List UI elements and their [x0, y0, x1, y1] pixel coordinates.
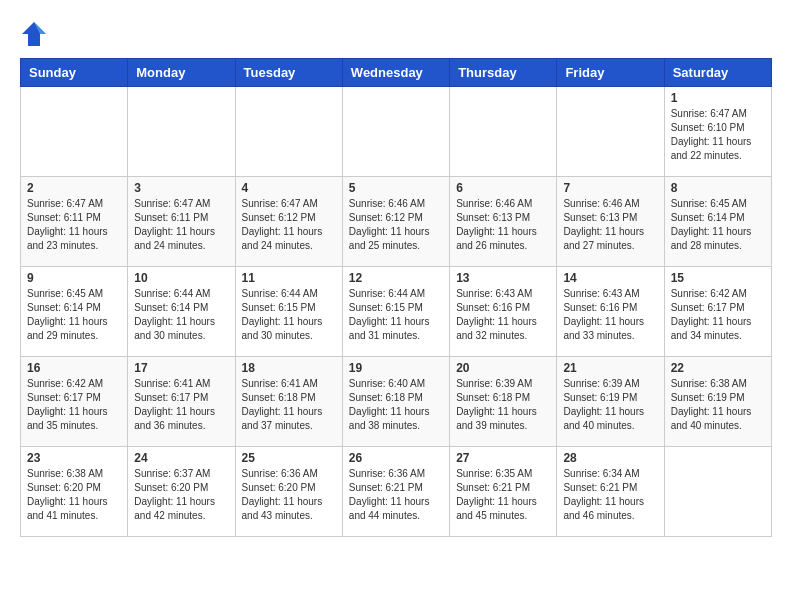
day-detail: Sunrise: 6:42 AMSunset: 6:17 PMDaylight:… — [27, 377, 121, 433]
day-detail: Sunrise: 6:45 AMSunset: 6:14 PMDaylight:… — [27, 287, 121, 343]
calendar-cell — [342, 87, 449, 177]
calendar-cell: 6Sunrise: 6:46 AMSunset: 6:13 PMDaylight… — [450, 177, 557, 267]
day-detail: Sunrise: 6:39 AMSunset: 6:19 PMDaylight:… — [563, 377, 657, 433]
day-detail: Sunrise: 6:46 AMSunset: 6:12 PMDaylight:… — [349, 197, 443, 253]
calendar-cell: 28Sunrise: 6:34 AMSunset: 6:21 PMDayligh… — [557, 447, 664, 537]
page-header — [20, 20, 772, 48]
day-detail: Sunrise: 6:44 AMSunset: 6:15 PMDaylight:… — [349, 287, 443, 343]
calendar-cell — [21, 87, 128, 177]
calendar-cell — [664, 447, 771, 537]
day-detail: Sunrise: 6:45 AMSunset: 6:14 PMDaylight:… — [671, 197, 765, 253]
header-wednesday: Wednesday — [342, 59, 449, 87]
day-number: 4 — [242, 181, 336, 195]
calendar-cell: 20Sunrise: 6:39 AMSunset: 6:18 PMDayligh… — [450, 357, 557, 447]
day-detail: Sunrise: 6:37 AMSunset: 6:20 PMDaylight:… — [134, 467, 228, 523]
day-detail: Sunrise: 6:44 AMSunset: 6:15 PMDaylight:… — [242, 287, 336, 343]
day-number: 3 — [134, 181, 228, 195]
header-tuesday: Tuesday — [235, 59, 342, 87]
calendar-cell: 22Sunrise: 6:38 AMSunset: 6:19 PMDayligh… — [664, 357, 771, 447]
header-sunday: Sunday — [21, 59, 128, 87]
day-number: 20 — [456, 361, 550, 375]
day-detail: Sunrise: 6:44 AMSunset: 6:14 PMDaylight:… — [134, 287, 228, 343]
calendar-cell: 12Sunrise: 6:44 AMSunset: 6:15 PMDayligh… — [342, 267, 449, 357]
day-detail: Sunrise: 6:43 AMSunset: 6:16 PMDaylight:… — [456, 287, 550, 343]
calendar-cell: 10Sunrise: 6:44 AMSunset: 6:14 PMDayligh… — [128, 267, 235, 357]
logo — [20, 20, 52, 48]
day-number: 25 — [242, 451, 336, 465]
calendar-cell: 8Sunrise: 6:45 AMSunset: 6:14 PMDaylight… — [664, 177, 771, 267]
calendar-week-1: 1Sunrise: 6:47 AMSunset: 6:10 PMDaylight… — [21, 87, 772, 177]
calendar-cell: 23Sunrise: 6:38 AMSunset: 6:20 PMDayligh… — [21, 447, 128, 537]
day-detail: Sunrise: 6:40 AMSunset: 6:18 PMDaylight:… — [349, 377, 443, 433]
header-friday: Friday — [557, 59, 664, 87]
day-number: 27 — [456, 451, 550, 465]
header-monday: Monday — [128, 59, 235, 87]
calendar-cell — [450, 87, 557, 177]
calendar-cell: 5Sunrise: 6:46 AMSunset: 6:12 PMDaylight… — [342, 177, 449, 267]
day-number: 17 — [134, 361, 228, 375]
calendar-cell: 24Sunrise: 6:37 AMSunset: 6:20 PMDayligh… — [128, 447, 235, 537]
calendar-cell: 4Sunrise: 6:47 AMSunset: 6:12 PMDaylight… — [235, 177, 342, 267]
day-detail: Sunrise: 6:43 AMSunset: 6:16 PMDaylight:… — [563, 287, 657, 343]
calendar-cell: 11Sunrise: 6:44 AMSunset: 6:15 PMDayligh… — [235, 267, 342, 357]
calendar-cell: 3Sunrise: 6:47 AMSunset: 6:11 PMDaylight… — [128, 177, 235, 267]
day-detail: Sunrise: 6:47 AMSunset: 6:11 PMDaylight:… — [27, 197, 121, 253]
calendar-week-3: 9Sunrise: 6:45 AMSunset: 6:14 PMDaylight… — [21, 267, 772, 357]
day-number: 14 — [563, 271, 657, 285]
calendar-cell: 19Sunrise: 6:40 AMSunset: 6:18 PMDayligh… — [342, 357, 449, 447]
day-detail: Sunrise: 6:34 AMSunset: 6:21 PMDaylight:… — [563, 467, 657, 523]
day-number: 24 — [134, 451, 228, 465]
day-detail: Sunrise: 6:47 AMSunset: 6:12 PMDaylight:… — [242, 197, 336, 253]
header-saturday: Saturday — [664, 59, 771, 87]
day-detail: Sunrise: 6:46 AMSunset: 6:13 PMDaylight:… — [456, 197, 550, 253]
day-number: 11 — [242, 271, 336, 285]
day-detail: Sunrise: 6:39 AMSunset: 6:18 PMDaylight:… — [456, 377, 550, 433]
day-number: 18 — [242, 361, 336, 375]
calendar-cell: 16Sunrise: 6:42 AMSunset: 6:17 PMDayligh… — [21, 357, 128, 447]
logo-icon — [20, 20, 48, 48]
day-detail: Sunrise: 6:38 AMSunset: 6:20 PMDaylight:… — [27, 467, 121, 523]
calendar-header-row: SundayMondayTuesdayWednesdayThursdayFrid… — [21, 59, 772, 87]
day-detail: Sunrise: 6:38 AMSunset: 6:19 PMDaylight:… — [671, 377, 765, 433]
calendar-cell — [557, 87, 664, 177]
day-detail: Sunrise: 6:46 AMSunset: 6:13 PMDaylight:… — [563, 197, 657, 253]
day-number: 16 — [27, 361, 121, 375]
calendar-cell: 15Sunrise: 6:42 AMSunset: 6:17 PMDayligh… — [664, 267, 771, 357]
calendar-cell: 13Sunrise: 6:43 AMSunset: 6:16 PMDayligh… — [450, 267, 557, 357]
day-number: 1 — [671, 91, 765, 105]
calendar-cell: 25Sunrise: 6:36 AMSunset: 6:20 PMDayligh… — [235, 447, 342, 537]
day-number: 9 — [27, 271, 121, 285]
calendar-cell: 1Sunrise: 6:47 AMSunset: 6:10 PMDaylight… — [664, 87, 771, 177]
calendar-cell: 26Sunrise: 6:36 AMSunset: 6:21 PMDayligh… — [342, 447, 449, 537]
day-number: 6 — [456, 181, 550, 195]
day-detail: Sunrise: 6:41 AMSunset: 6:17 PMDaylight:… — [134, 377, 228, 433]
calendar-cell: 2Sunrise: 6:47 AMSunset: 6:11 PMDaylight… — [21, 177, 128, 267]
calendar-cell: 9Sunrise: 6:45 AMSunset: 6:14 PMDaylight… — [21, 267, 128, 357]
day-number: 22 — [671, 361, 765, 375]
day-number: 21 — [563, 361, 657, 375]
calendar-week-5: 23Sunrise: 6:38 AMSunset: 6:20 PMDayligh… — [21, 447, 772, 537]
day-number: 7 — [563, 181, 657, 195]
day-number: 8 — [671, 181, 765, 195]
day-number: 10 — [134, 271, 228, 285]
day-detail: Sunrise: 6:36 AMSunset: 6:20 PMDaylight:… — [242, 467, 336, 523]
calendar-cell — [128, 87, 235, 177]
day-number: 23 — [27, 451, 121, 465]
calendar-cell: 17Sunrise: 6:41 AMSunset: 6:17 PMDayligh… — [128, 357, 235, 447]
day-number: 15 — [671, 271, 765, 285]
day-number: 26 — [349, 451, 443, 465]
day-number: 13 — [456, 271, 550, 285]
day-number: 19 — [349, 361, 443, 375]
day-number: 28 — [563, 451, 657, 465]
calendar-table: SundayMondayTuesdayWednesdayThursdayFrid… — [20, 58, 772, 537]
day-detail: Sunrise: 6:41 AMSunset: 6:18 PMDaylight:… — [242, 377, 336, 433]
day-detail: Sunrise: 6:36 AMSunset: 6:21 PMDaylight:… — [349, 467, 443, 523]
day-detail: Sunrise: 6:47 AMSunset: 6:10 PMDaylight:… — [671, 107, 765, 163]
calendar-cell: 14Sunrise: 6:43 AMSunset: 6:16 PMDayligh… — [557, 267, 664, 357]
header-thursday: Thursday — [450, 59, 557, 87]
calendar-cell: 27Sunrise: 6:35 AMSunset: 6:21 PMDayligh… — [450, 447, 557, 537]
calendar-cell: 7Sunrise: 6:46 AMSunset: 6:13 PMDaylight… — [557, 177, 664, 267]
day-number: 12 — [349, 271, 443, 285]
day-number: 5 — [349, 181, 443, 195]
day-detail: Sunrise: 6:42 AMSunset: 6:17 PMDaylight:… — [671, 287, 765, 343]
